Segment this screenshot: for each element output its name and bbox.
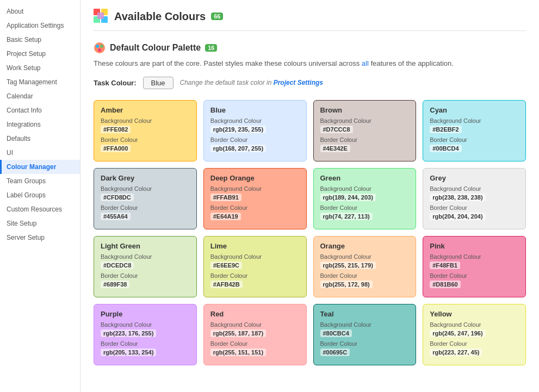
bg-colour-label: Background Colour (320, 185, 410, 192)
sidebar-item-colour-manager[interactable]: Colour Manager (0, 160, 80, 174)
border-colour-label: Border Colour (320, 204, 410, 211)
bg-colour-label: Background Colour (101, 117, 190, 124)
border-colour-value: #D81B60 (430, 281, 460, 288)
sidebar-item-tag-management[interactable]: Tag Management (0, 75, 80, 89)
border-colour-label: Border Colour (430, 272, 519, 279)
colour-name: Teal (320, 310, 410, 318)
border-colour-label: Border Colour (101, 272, 190, 279)
svg-point-8 (98, 48, 101, 52)
border-colour-label: Border Colour (320, 340, 410, 347)
sidebar-item-team-groups[interactable]: Team Groups (0, 174, 80, 188)
sidebar-item-calendar[interactable]: Calendar (0, 89, 80, 103)
colour-name: Pink (430, 242, 519, 250)
bg-colour-label: Background Colour (430, 321, 519, 328)
sidebar-item-integrations[interactable]: Integrations (0, 117, 80, 132)
colour-card: Yellow Background Colour rgb(245, 247, 1… (423, 304, 526, 365)
sidebar-item-work-setup[interactable]: Work Setup (0, 61, 80, 75)
bg-colour-value: #B2EBF2 (430, 126, 461, 133)
colour-grid: Amber Background Colour #FFE082 Border C… (94, 100, 526, 365)
colour-name: Deep Orange (210, 174, 300, 182)
colour-card: Red Background Colour rgb(255, 187, 187)… (203, 304, 307, 365)
border-colour-label: Border Colour (430, 136, 519, 143)
bg-colour-label: Background Colour (101, 185, 190, 192)
bg-colour-label: Background Colour (430, 185, 519, 192)
colour-name: Green (320, 174, 410, 182)
bg-colour-value: rgb(223, 176, 255) (101, 329, 156, 337)
bg-colour-label: Background Colour (430, 117, 519, 124)
sidebar-item-basic-setup[interactable]: Basic Setup (0, 33, 80, 47)
svg-rect-4 (97, 13, 104, 19)
project-settings-link[interactable]: Project Settings (274, 79, 323, 86)
colour-card: Light Green Background Colour #DCEDC8 Bo… (94, 236, 197, 297)
border-colour-value: #FFA000 (101, 145, 131, 152)
border-colour-value: #4E342E (320, 145, 350, 152)
sidebar-item-project-setup[interactable]: Project Setup (0, 47, 80, 61)
colour-name: Yellow (430, 310, 519, 318)
border-colour-label: Border Colour (320, 136, 410, 143)
border-colour-label: Border Colour (210, 272, 300, 279)
border-colour-label: Border Colour (430, 204, 519, 211)
all-link[interactable]: all (362, 59, 369, 67)
colour-card: Green Background Colour rgb(189, 244, 20… (313, 168, 417, 229)
bg-colour-value: #DCEDC8 (101, 262, 134, 269)
colour-name: Grey (430, 174, 519, 182)
colour-name: Purple (101, 310, 190, 318)
main-content: Available Colours 66 Default Colour Pale… (80, 0, 539, 392)
colour-name: Red (210, 310, 300, 318)
colour-card: Grey Background Colour rgb(238, 238, 238… (423, 168, 526, 229)
border-colour-label: Border Colour (101, 136, 190, 143)
border-colour-label: Border Colour (320, 272, 410, 279)
border-colour-value: rgb(204, 204, 204) (430, 213, 485, 220)
bg-colour-value: #FFE082 (101, 126, 131, 133)
colour-card: Orange Background Colour rgb(255, 215, 1… (313, 236, 417, 297)
colour-card: Dark Grey Background Colour #CFD8DC Bord… (94, 168, 197, 229)
sidebar-item-site-setup[interactable]: Site Setup (0, 216, 80, 231)
colour-card: Cyan Background Colour #B2EBF2 Border Co… (423, 100, 526, 161)
colour-card: Teal Background Colour #80CBC4 Border Co… (313, 304, 417, 365)
bg-colour-label: Background Colour (320, 117, 410, 124)
task-colour-label: Task Colour: (94, 79, 137, 87)
sidebar-item-custom-resources[interactable]: Custom Resources (0, 202, 80, 216)
colour-card: Amber Background Colour #FFE082 Border C… (94, 100, 197, 161)
bg-colour-label: Background Colour (210, 253, 300, 260)
border-colour-value: #00BCD4 (430, 145, 461, 152)
sidebar-item-about[interactable]: About (0, 4, 80, 18)
page-header: Available Colours 66 (94, 9, 526, 31)
colour-manager-icon (94, 9, 109, 24)
colour-card: Pink Background Colour #F48FB1 Border Co… (423, 236, 526, 297)
colour-name: Light Green (101, 242, 190, 250)
palette-badge: 16 (205, 44, 217, 52)
sidebar-item-app-settings[interactable]: Application Settings (0, 18, 80, 33)
bg-colour-label: Background Colour (320, 321, 410, 328)
task-colour-hint: Change the default task color in Project… (180, 79, 323, 86)
bg-colour-value: rgb(255, 187, 187) (210, 329, 266, 337)
colour-card: Lime Background Colour #E6EE9C Border Co… (203, 236, 307, 297)
task-colour-button[interactable]: Blue (143, 77, 174, 89)
colour-card: Blue Background Colour rgb(219, 235, 255… (203, 100, 307, 161)
bg-colour-value: rgb(219, 235, 255) (210, 126, 266, 133)
svg-point-6 (96, 45, 99, 48)
border-colour-value: rgb(223, 227, 45) (430, 349, 482, 356)
sidebar-item-defaults[interactable]: Defaults (0, 132, 80, 146)
sidebar-item-contact-info[interactable]: Contact Info (0, 103, 80, 117)
bg-colour-label: Background Colour (101, 321, 190, 328)
bg-colour-label: Background Colour (320, 253, 410, 260)
available-colours-badge: 66 (211, 13, 223, 20)
sidebar-item-label-groups[interactable]: Label Groups (0, 188, 80, 202)
page-title: Available Colours (114, 10, 206, 23)
colour-card: Brown Background Colour #D7CCC8 Border C… (313, 100, 417, 161)
bg-colour-value: rgb(255, 215, 179) (320, 262, 376, 269)
bg-colour-value: rgb(245, 247, 196) (430, 329, 485, 337)
border-colour-value: rgb(168, 207, 255) (210, 145, 266, 152)
border-colour-label: Border Colour (101, 204, 190, 211)
sidebar-item-server-setup[interactable]: Server Setup (0, 231, 80, 245)
bg-colour-value: #FFAB91 (210, 194, 241, 201)
palette-title: Default Colour Palette (110, 43, 201, 53)
colour-name: Cyan (430, 106, 519, 114)
sidebar-item-ui[interactable]: UI (0, 146, 80, 160)
colour-name: Dark Grey (101, 174, 190, 182)
border-colour-value: #AFB42B (210, 281, 243, 288)
svg-point-7 (100, 45, 103, 48)
border-colour-value: #E64A19 (210, 213, 241, 220)
border-colour-value: rgb(255, 172, 98) (320, 281, 373, 288)
